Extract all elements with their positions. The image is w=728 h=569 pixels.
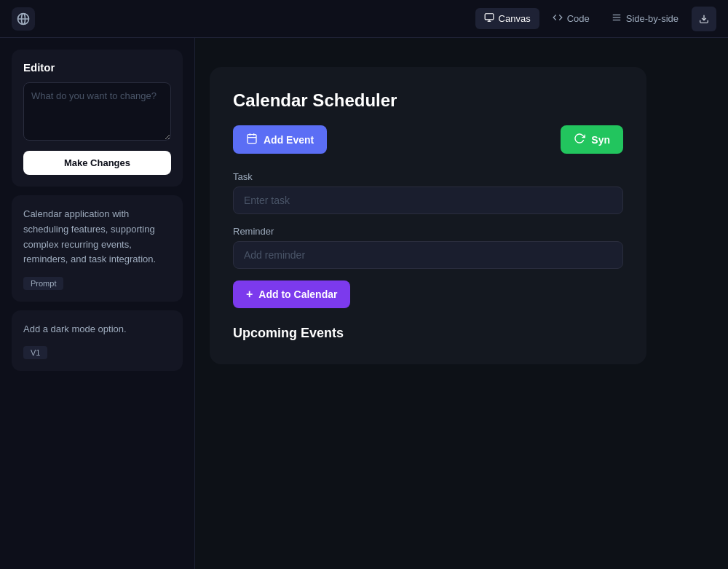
tab-canvas[interactable]: Canvas xyxy=(475,8,539,29)
add-to-calendar-label: Add to Calendar xyxy=(258,289,337,300)
main-layout: Editor Make Changes Calendar application… xyxy=(0,38,728,569)
app-card: Calendar Scheduler Add Event Syn Tas xyxy=(210,67,646,364)
version-card: Add a dark mode option. V1 xyxy=(12,310,183,371)
editor-textarea[interactable] xyxy=(23,82,171,141)
add-event-icon xyxy=(246,133,258,146)
code-icon xyxy=(553,12,563,25)
navbar: Canvas Code Side-by-side xyxy=(0,0,728,38)
add-event-button[interactable]: Add Event xyxy=(233,125,327,154)
add-to-calendar-button[interactable]: + Add to Calendar xyxy=(233,280,350,308)
tab-code[interactable]: Code xyxy=(544,8,598,29)
logo-icon xyxy=(12,7,35,31)
reminder-label: Reminder xyxy=(233,226,623,237)
tab-sidebyside-label: Side-by-side xyxy=(626,13,678,24)
task-input[interactable] xyxy=(233,187,623,214)
svg-rect-7 xyxy=(248,135,256,144)
tab-code-label: Code xyxy=(567,13,590,24)
task-label: Task xyxy=(233,171,623,182)
prompt-badge: Prompt xyxy=(23,277,63,290)
add-to-calendar-icon: + xyxy=(246,288,253,301)
sidebyside-icon xyxy=(612,12,622,25)
version-description: Add a dark mode option. xyxy=(23,322,171,337)
task-form-group: Task xyxy=(233,171,623,214)
canvas-icon xyxy=(484,12,494,25)
add-event-label: Add Event xyxy=(264,134,314,146)
reminder-form-group: Reminder xyxy=(233,226,623,269)
sync-button[interactable]: Syn xyxy=(561,125,623,154)
editor-card: Editor Make Changes xyxy=(12,50,183,187)
navbar-left xyxy=(12,7,35,31)
app-actions-row: Add Event Syn xyxy=(233,125,623,154)
svg-rect-0 xyxy=(485,14,494,20)
sync-label: Syn xyxy=(591,134,610,146)
download-button[interactable] xyxy=(692,7,716,31)
app-title: Calendar Scheduler xyxy=(233,90,623,111)
navbar-right: Canvas Code Side-by-side xyxy=(475,7,716,31)
editor-title: Editor xyxy=(23,61,171,74)
make-changes-button[interactable]: Make Changes xyxy=(23,151,171,175)
tab-canvas-label: Canvas xyxy=(499,13,531,24)
tab-sidebyside[interactable]: Side-by-side xyxy=(603,8,687,29)
reminder-input[interactable] xyxy=(233,241,623,269)
canvas-area: Calendar Scheduler Add Event Syn Tas xyxy=(195,38,728,569)
prompt-description: Calendar application with scheduling fea… xyxy=(23,207,171,267)
version-badge: V1 xyxy=(23,346,47,359)
sync-icon xyxy=(574,133,585,146)
upcoming-events-title: Upcoming Events xyxy=(233,326,623,341)
sidebar: Editor Make Changes Calendar application… xyxy=(0,38,195,569)
prompt-card: Calendar application with scheduling fea… xyxy=(12,195,183,302)
